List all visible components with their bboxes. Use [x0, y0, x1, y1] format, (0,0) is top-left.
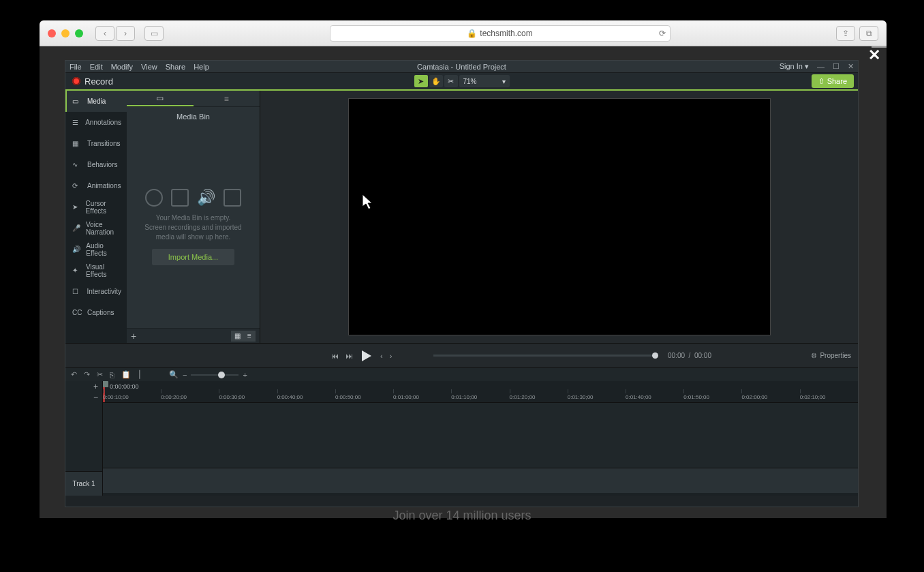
menu-share[interactable]: Share	[166, 63, 185, 71]
bin-tab-library[interactable]: ≡	[194, 91, 260, 106]
zoom-out-button[interactable]: −	[183, 371, 187, 379]
zoom-in-button[interactable]: +	[243, 371, 247, 379]
select-tool[interactable]: ➤	[414, 75, 428, 87]
film-icon	[171, 189, 189, 207]
next-frame-button[interactable]: ⏭	[345, 352, 353, 360]
speaker-icon: 🔊	[72, 245, 80, 254]
ruler-tick: 0:01:00;00	[393, 392, 451, 403]
upload-icon: ⇧	[818, 77, 825, 86]
canvas-zoom-select[interactable]: 71%▾	[459, 75, 510, 87]
gear-icon: ⚙	[811, 352, 817, 359]
app-minimize-button[interactable]: —	[817, 63, 825, 71]
bin-tab-clips[interactable]: ▭	[127, 91, 194, 106]
menu-file[interactable]: File	[70, 63, 82, 71]
grid-view-button[interactable]: ▦	[231, 331, 243, 342]
cut-button[interactable]: ✂	[97, 370, 103, 379]
sign-in-button[interactable]: Sign In ▾	[780, 62, 809, 71]
redo-button[interactable]: ↷	[84, 370, 90, 379]
record-button[interactable]: Record	[65, 76, 120, 87]
ruler-tick: 0:02:10;00	[800, 392, 858, 403]
record-circle-icon	[145, 189, 163, 207]
mic-icon: 🎤	[72, 224, 80, 232]
captions-icon: CC	[72, 309, 82, 317]
sidebar-item-media[interactable]: ▭Media	[65, 91, 127, 112]
reload-icon[interactable]: ⟳	[659, 29, 666, 38]
prev-frame-button[interactable]: ⏮	[331, 352, 339, 360]
pan-tool[interactable]: ✋	[429, 75, 443, 87]
sidebar-item-interactivity[interactable]: ☐Interactivity	[65, 281, 127, 302]
track-label[interactable]: Track 1	[65, 471, 102, 496]
sidebar-item-behaviors[interactable]: ∿Behaviors	[65, 154, 127, 175]
bin-empty-message: Your Media Bin is empty. Screen recordin…	[136, 213, 250, 242]
track-row-1[interactable]	[103, 468, 858, 493]
tabs-button[interactable]: ⧉	[859, 26, 878, 41]
ruler-tick: 0:00:30;00	[219, 392, 277, 403]
remove-track-button[interactable]: −	[93, 393, 98, 402]
playback-bar: ⏮ ⏭ ‹ › 00:00 / 00:00 ⚙ Properties	[65, 343, 858, 367]
ruler-tick: 0:01:10;00	[451, 392, 509, 403]
app-title: Camtasia - Untitled Project	[417, 63, 506, 71]
timeline-zoom-slider[interactable]	[191, 374, 238, 376]
playback-time: 00:00 / 00:00	[668, 352, 711, 359]
undo-button[interactable]: ↶	[71, 370, 77, 379]
sidebar-item-cursor-effects[interactable]: ➤Cursor Effects	[65, 196, 127, 217]
menu-view[interactable]: View	[141, 63, 157, 71]
sidebar-item-voice-narration[interactable]: 🎤Voice Narration	[65, 217, 127, 239]
close-window-button[interactable]	[48, 29, 56, 37]
cursor-arrow-icon	[363, 194, 376, 211]
sidebar-toggle[interactable]: ▭	[144, 26, 164, 41]
page-caption: Join over 14 million users	[392, 509, 531, 523]
ruler-tick: 0:01:30;00	[568, 392, 626, 403]
sidebar-item-captions[interactable]: CCCaptions	[65, 302, 127, 323]
zoom-fit-button[interactable]: 🔍	[169, 370, 179, 379]
share-button-safari[interactable]: ⇪	[836, 26, 855, 41]
play-button[interactable]	[360, 349, 373, 363]
add-media-button[interactable]: +	[131, 331, 136, 342]
maximize-window-button[interactable]	[75, 29, 83, 37]
playback-scrubber[interactable]	[433, 355, 658, 357]
copy-button[interactable]: ⎘	[110, 371, 114, 379]
back-button[interactable]: ‹	[95, 26, 114, 41]
paste-button[interactable]: 📋	[121, 370, 131, 379]
app-maximize-button[interactable]: ☐	[833, 62, 840, 71]
properties-button[interactable]: ⚙ Properties	[811, 352, 851, 359]
add-track-button[interactable]: +	[93, 382, 98, 391]
bin-title: Media Bin	[127, 107, 260, 126]
canvas-area	[260, 91, 858, 343]
ruler-tick: 0:00:20;00	[161, 392, 219, 403]
chevron-down-icon: ▾	[502, 78, 506, 85]
list-view-button[interactable]: ≡	[243, 331, 256, 342]
sidebar-item-audio-effects[interactable]: 🔊Audio Effects	[65, 239, 127, 260]
sidebar-item-visual-effects[interactable]: ✦Visual Effects	[65, 260, 127, 281]
timeline-start-time: 0:00:00:00	[110, 383, 139, 390]
close-overlay-button[interactable]: ✕	[868, 46, 880, 64]
step-forward-button[interactable]: ›	[390, 352, 392, 360]
image-icon	[224, 189, 241, 207]
share-button[interactable]: ⇧ Share	[812, 74, 854, 88]
lock-icon: 🔒	[467, 29, 477, 38]
annotations-icon: ☰	[72, 119, 80, 127]
app-toolbar: Record ➤ ✋ ✂ 71%▾ ⇧ Share	[65, 73, 858, 91]
sidebar-item-animations[interactable]: ⟳Animations	[65, 175, 127, 196]
preview-canvas[interactable]	[348, 98, 771, 335]
address-bar[interactable]: 🔒 techsmith.com ⟳	[330, 25, 671, 42]
menu-help[interactable]: Help	[194, 63, 209, 71]
sidebar-item-annotations[interactable]: ☰Annotations	[65, 112, 127, 133]
bin-empty-icons: 🔊	[145, 189, 241, 207]
ruler-tick: 0:01:20;00	[510, 392, 568, 403]
ruler-tick: 0:01:40;00	[626, 392, 683, 403]
timeline: + − Track 1 0:00:00:00 0:00:10;000:00:20…	[65, 381, 858, 496]
menu-modify[interactable]: Modify	[111, 63, 133, 71]
timeline-ruler[interactable]: 0:00:00:00 0:00:10;000:00:20;000:00:30;0…	[103, 381, 858, 403]
crop-tool[interactable]: ✂	[444, 75, 458, 87]
step-back-button[interactable]: ‹	[380, 352, 383, 360]
forward-button[interactable]: ›	[116, 26, 135, 41]
track-row-empty[interactable]	[103, 403, 858, 468]
menu-edit[interactable]: Edit	[90, 63, 103, 71]
split-button[interactable]: ⎮	[138, 370, 142, 379]
animations-icon: ⟳	[72, 182, 82, 190]
app-close-button[interactable]: ✕	[848, 62, 854, 71]
minimize-window-button[interactable]	[61, 29, 70, 37]
import-media-button[interactable]: Import Media...	[152, 249, 234, 265]
sidebar-item-transitions[interactable]: ▦Transitions	[65, 133, 127, 154]
